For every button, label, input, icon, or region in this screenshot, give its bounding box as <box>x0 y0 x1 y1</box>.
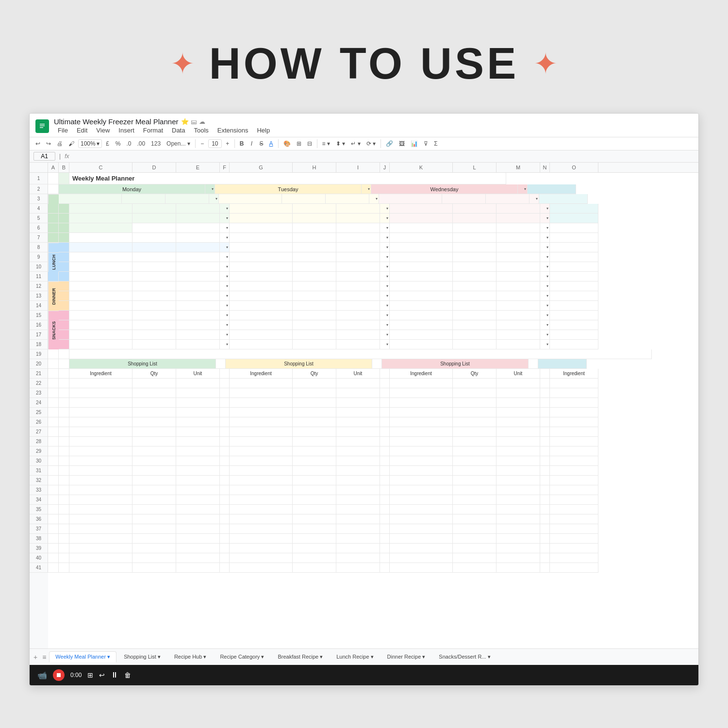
row-2: Monday ▾ Tuesday ▾ Wednesday ▾ <box>48 184 698 194</box>
decimal-btn[interactable]: .0 <box>124 139 133 148</box>
shopping-wednesday-header[interactable]: Shopping List <box>382 359 529 369</box>
row-33 <box>48 485 698 495</box>
tab-dinner-recipe[interactable]: Dinner Recipe ▾ <box>381 651 432 662</box>
grid-icon[interactable]: ⊞ <box>87 671 93 679</box>
wrap-btn[interactable]: ↵ ▾ <box>349 139 362 148</box>
row-19 <box>48 349 698 359</box>
zoom-control[interactable]: 100% ▾ <box>78 139 102 148</box>
divider3 <box>278 139 279 148</box>
decimal2-btn[interactable]: .00 <box>135 139 147 148</box>
chart-btn[interactable]: 📊 <box>409 139 420 148</box>
col-header-o: O <box>550 163 598 172</box>
shopping-monday-header[interactable]: Shopping List <box>69 359 216 369</box>
tab-recipe-hub[interactable]: Recipe Hub ▾ <box>168 651 213 662</box>
tab-snacks-dessert[interactable]: Snacks/Dessert R... ▾ <box>432 651 496 662</box>
strikethrough-btn[interactable]: S <box>257 139 265 148</box>
row-41 <box>48 563 698 573</box>
bold-btn[interactable]: B <box>238 139 246 148</box>
data-grid: Weekly Meal Planner Monday ▾ Tuesday ▾ <box>48 173 698 648</box>
filter-btn[interactable]: ⊽ <box>422 139 430 148</box>
row-31 <box>48 466 698 476</box>
menu-file[interactable]: File <box>54 126 72 135</box>
italic-btn[interactable]: I <box>248 139 255 148</box>
ingredient-col-3[interactable]: Ingredient <box>390 369 453 379</box>
svg-rect-2 <box>40 126 45 127</box>
merge-btn[interactable]: ⊟ <box>305 139 314 148</box>
tab-recipe-category[interactable]: Recipe Category ▾ <box>214 651 270 662</box>
cell-ref-box[interactable]: A1 <box>33 152 55 161</box>
undo-video-icon[interactable]: ↩ <box>99 671 105 679</box>
borders-btn[interactable]: ⊞ <box>295 139 303 148</box>
unit-col-1[interactable]: Unit <box>176 369 220 379</box>
plus-btn[interactable]: + <box>224 139 232 148</box>
add-sheet-btn[interactable]: + <box>32 653 39 661</box>
menu-edit[interactable]: Edit <box>73 126 91 135</box>
ingredient-col-2[interactable]: Ingredient <box>230 369 293 379</box>
menu-data[interactable]: Data <box>168 126 189 135</box>
menu-help[interactable]: Help <box>253 126 274 135</box>
pause-icon[interactable]: ⏸ <box>111 671 118 679</box>
row-30 <box>48 456 698 466</box>
fill-color-btn[interactable]: 🎨 <box>281 139 293 148</box>
row-26 <box>48 417 698 427</box>
unit-col-3[interactable]: Unit <box>336 369 380 379</box>
qty-col-3[interactable]: Qty <box>453 369 496 379</box>
sheet-menu-btn[interactable]: ≡ <box>40 653 48 661</box>
print-btn[interactable]: 🖨 <box>55 139 65 148</box>
tab-weekly-meal-planner[interactable]: Weekly Meal Planner ▾ <box>49 651 116 662</box>
shopping-tuesday-header[interactable]: Shopping List <box>226 359 372 369</box>
row-34 <box>48 495 698 505</box>
menu-tools[interactable]: Tools <box>190 126 212 135</box>
col-header-h: H <box>293 163 336 172</box>
divider1 <box>195 139 196 148</box>
minus-btn[interactable]: − <box>199 139 206 148</box>
currency-btn[interactable]: £ <box>104 139 112 148</box>
undo-btn[interactable]: ↩ <box>33 139 42 148</box>
open-btn[interactable]: Open... ▾ <box>165 139 192 148</box>
col-headers: A B C D E F G H I J K L M N O <box>30 163 698 173</box>
font-color-btn[interactable]: A <box>267 139 275 148</box>
stop-btn[interactable] <box>53 669 65 681</box>
row-12: ▾ ▾ ▾ <box>59 281 698 291</box>
menu-format[interactable]: Format <box>139 126 167 135</box>
row-3: BREAKFAST ▾ ▾ ▾ <box>48 194 698 204</box>
trash-icon[interactable]: 🗑 <box>124 671 131 679</box>
align-btn[interactable]: ≡ ▾ <box>320 139 332 148</box>
row-14: ▾ ▾ ▾ <box>59 301 698 311</box>
wednesday-header[interactable]: Wednesday <box>371 184 518 194</box>
tab-breakfast-recipe[interactable]: Breakfast Recipe ▾ <box>271 651 329 662</box>
dinner-label: DINNER <box>48 281 59 311</box>
row-29 <box>48 447 698 456</box>
number-format-btn[interactable]: 123 <box>149 139 163 148</box>
menubar[interactable]: File Edit View Insert Format Data Tools … <box>54 126 274 135</box>
ingredient-col-4[interactable]: Ingredient <box>550 369 598 379</box>
video-timer: 0:00 <box>70 672 82 678</box>
rotate-btn[interactable]: ⟳ ▾ <box>364 139 378 148</box>
title-cell[interactable]: Weekly Meal Planner <box>69 173 506 184</box>
star-left-icon: ✦ <box>170 50 195 79</box>
link-btn[interactable]: 🔗 <box>384 139 395 148</box>
qty-col-1[interactable]: Qty <box>132 369 176 379</box>
image-btn[interactable]: 🖼 <box>397 139 407 148</box>
valign-btn[interactable]: ⬍ ▾ <box>334 139 347 148</box>
svg-rect-3 <box>40 127 43 128</box>
font-size[interactable]: 10 <box>208 139 222 148</box>
menu-extensions[interactable]: Extensions <box>214 126 252 135</box>
percent-btn[interactable]: % <box>114 139 123 148</box>
tuesday-header[interactable]: Tuesday <box>215 184 362 194</box>
menu-view[interactable]: View <box>92 126 114 135</box>
col-header-i: I <box>336 163 380 172</box>
redo-btn[interactable]: ↪ <box>44 139 53 148</box>
function-btn[interactable]: Σ <box>432 139 440 148</box>
row-22 <box>48 379 698 388</box>
lunch-label: LUNCH <box>48 252 59 272</box>
ingredient-col-1[interactable]: Ingredient <box>69 369 132 379</box>
menu-insert[interactable]: Insert <box>115 126 138 135</box>
tab-shopping-list[interactable]: Shopping List ▾ <box>117 651 167 662</box>
monday-header[interactable]: Monday <box>59 184 205 194</box>
qty-col-2[interactable]: Qty <box>293 369 336 379</box>
unit-col-3b[interactable]: Unit <box>496 369 540 379</box>
paint-format-btn[interactable]: 🖌 <box>66 139 76 148</box>
row-18: ▾ ▾ ▾ <box>59 340 698 349</box>
tab-lunch-recipe[interactable]: Lunch Recipe ▾ <box>330 651 380 662</box>
